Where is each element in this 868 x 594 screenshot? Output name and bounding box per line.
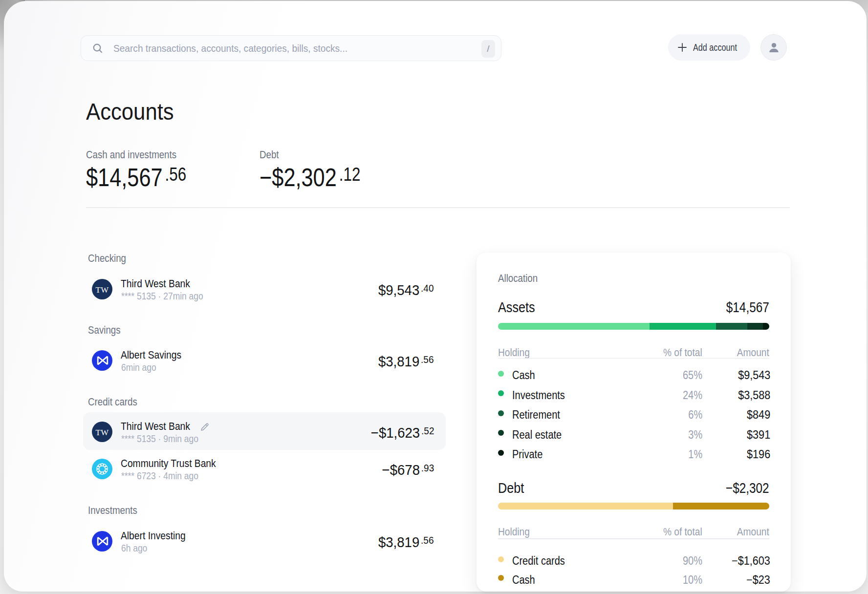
- svg-text:TW: TW: [96, 428, 109, 437]
- svg-text:TW: TW: [96, 285, 109, 295]
